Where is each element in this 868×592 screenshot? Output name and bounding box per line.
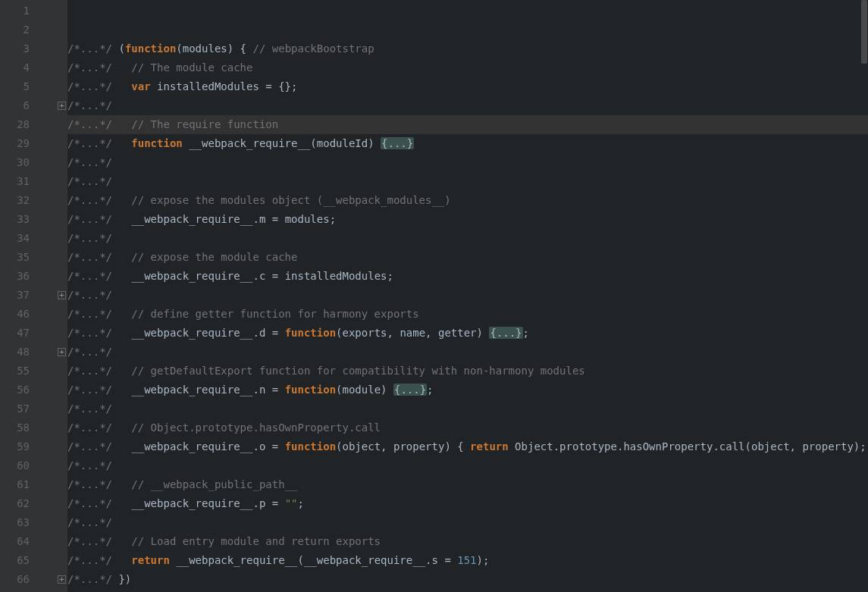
block-comment-marker: /*...*/ (67, 497, 112, 509)
code-line[interactable]: /*...*/ (67, 456, 868, 475)
code-line[interactable]: /*...*/ __webpack_require__.c = installe… (67, 267, 868, 286)
block-comment-marker: /*...*/ (67, 251, 112, 263)
code-token (112, 478, 131, 490)
code-token: __webpack_require__ (131, 497, 252, 509)
comment: // The require function (131, 118, 278, 130)
code-line[interactable]: /*...*/ // define getter function for ha… (67, 305, 868, 324)
keyword: function (125, 42, 176, 55)
code-token: property (393, 440, 444, 453)
folded-region[interactable]: {...} (489, 327, 522, 339)
folded-region[interactable]: {...} (393, 384, 427, 396)
code-token: ( (336, 327, 342, 339)
code-line[interactable]: /*...*/ __webpack_require__.n = function… (67, 381, 868, 399)
code-token: ) { (444, 440, 470, 453)
line-number: 37 (0, 286, 30, 305)
line-number: 63 (0, 513, 30, 532)
code-line[interactable]: /*...*/ __webpack_require__.p = ""; (67, 494, 868, 513)
block-comment-marker: /*...*/ (67, 99, 112, 111)
code-line[interactable]: /*...*/ (67, 96, 868, 115)
number: 151 (457, 554, 476, 566)
code-token: . (252, 213, 259, 225)
block-comment-marker: /*...*/ (67, 384, 112, 396)
code-token: ( (176, 42, 182, 55)
code-line[interactable]: /*...*/ (67, 286, 868, 305)
code-token: , (425, 327, 438, 339)
code-token: ( (112, 42, 125, 55)
code-token: = (265, 440, 284, 453)
code-token (183, 137, 189, 149)
fold-toggle[interactable]: + (58, 575, 66, 584)
vertical-scrollbar[interactable] (859, 0, 868, 592)
line-number: 46 (0, 305, 30, 324)
line-number: 32 (0, 191, 30, 210)
code-line[interactable]: /*...*/ __webpack_require__.m = modules; (67, 210, 868, 229)
code-token (112, 213, 131, 225)
code-line[interactable]: /*...*/ // Object.prototype.hasOwnProper… (67, 418, 868, 437)
block-comment-marker: /*...*/ (67, 554, 112, 566)
code-line[interactable]: /*...*/ var installedModules = {}; (67, 77, 868, 96)
line-number: 3 (0, 39, 30, 58)
code-line[interactable]: /*...*/ (67, 513, 868, 532)
code-line[interactable]: /*...*/ // expose the module cache (67, 248, 868, 267)
code-line[interactable]: /*...*/ (67, 399, 868, 418)
scrollbar-thumb[interactable] (861, 0, 867, 64)
block-comment-marker: /*...*/ (67, 232, 112, 244)
line-number: 56 (0, 381, 30, 399)
code-line[interactable]: /*...*/ // The require function (67, 115, 868, 134)
code-line[interactable]: /*...*/ }) (67, 570, 868, 589)
keyword: function (131, 137, 182, 149)
code-token: __webpack_require__ (189, 137, 310, 149)
code-token (112, 251, 131, 263)
code-token (112, 118, 131, 130)
line-number: 60 (0, 456, 30, 475)
block-comment-marker: /*...*/ (67, 440, 112, 453)
code-token (112, 137, 131, 149)
code-token: . (252, 497, 259, 509)
code-line[interactable]: /*...*/ (67, 229, 868, 248)
code-token: ( (310, 137, 316, 149)
line-number: 33 (0, 210, 30, 229)
code-line[interactable]: /*...*/ // expose the modules object (__… (67, 191, 868, 210)
block-comment-marker: /*...*/ (67, 289, 112, 301)
code-line[interactable]: /*...*/ __webpack_require__.d = function… (67, 324, 868, 343)
block-comment-marker: /*...*/ (67, 156, 112, 168)
block-comment-marker: /*...*/ (67, 80, 112, 92)
code-token: s (432, 554, 438, 566)
block-comment-marker: /*...*/ (67, 421, 112, 434)
line-number: 59 (0, 437, 30, 456)
block-comment-marker: /*...*/ (67, 402, 112, 415)
code-line[interactable]: /*...*/ function __webpack_require__(mod… (67, 134, 868, 153)
code-token: __webpack_require__ (131, 440, 252, 453)
code-line[interactable]: /*...*/ // getDefaultExport function for… (67, 362, 868, 381)
code-token: installedModules = {} (151, 80, 291, 92)
line-number: 66 (0, 570, 30, 589)
code-line[interactable]: /*...*/ (67, 589, 868, 592)
fold-toggle[interactable]: + (58, 102, 66, 110)
code-token: ) (368, 137, 381, 149)
code-token: exports (343, 327, 387, 339)
code-line[interactable]: /*...*/ // Load entry module and return … (67, 532, 868, 551)
line-number: 61 (0, 475, 30, 494)
line-number: 29 (0, 134, 30, 153)
code-line[interactable]: /*...*/ // __webpack_public_path__ (67, 475, 868, 494)
code-line[interactable]: /*...*/ (67, 153, 868, 172)
code-line[interactable]: /*...*/ (67, 343, 868, 362)
code-line[interactable]: /*...*/ // The module cache (67, 58, 868, 77)
code-area[interactable]: /*...*/ (function(modules) { // webpackB… (67, 0, 868, 592)
code-line[interactable]: /*...*/ (67, 172, 868, 191)
line-number: 4 (0, 58, 30, 77)
code-line[interactable]: /*...*/ return __webpack_require__(__web… (67, 551, 868, 570)
fold-toggle[interactable]: + (58, 291, 66, 299)
code-token: __webpack_require__ (131, 213, 252, 225)
code-token: __webpack_require__ (131, 384, 252, 396)
fold-toggle[interactable]: + (58, 348, 66, 356)
code-line[interactable]: /*...*/ (function(modules) { // webpackB… (67, 39, 868, 58)
code-token: moduleId (317, 137, 368, 149)
code-line[interactable]: /*...*/ __webpack_require__.o = function… (67, 437, 868, 456)
code-token (112, 384, 131, 396)
code-token (112, 194, 131, 206)
keyword: function (285, 440, 336, 453)
folded-region[interactable]: {...} (381, 137, 414, 149)
code-token: . (252, 270, 259, 282)
code-token: object (343, 440, 381, 453)
